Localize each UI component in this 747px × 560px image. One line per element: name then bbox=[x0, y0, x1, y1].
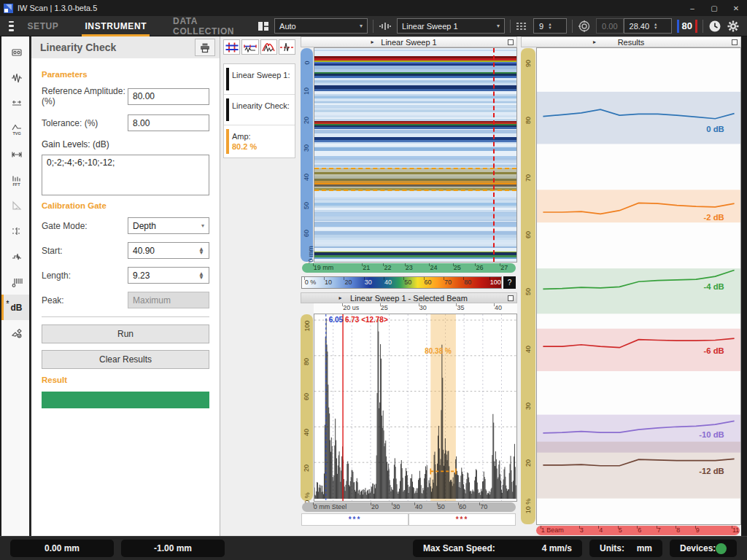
sidebar-item-db[interactable]: dB± bbox=[1, 295, 29, 320]
position-2-button[interactable]: -1.00 mm bbox=[121, 540, 225, 557]
tolerance-input[interactable]: 8.00 bbox=[128, 114, 209, 131]
tab-setup[interactable]: SETUP bbox=[24, 16, 61, 36]
readout-item-0: Linear Sweep 1: bbox=[224, 64, 295, 95]
range-max-spinner[interactable]: 28.40 ▲▼ bbox=[624, 18, 672, 34]
calibration-gate-region[interactable] bbox=[314, 168, 516, 191]
beam-cursor-line[interactable] bbox=[493, 48, 495, 262]
close-button[interactable]: ✕ bbox=[725, 0, 747, 16]
clear-results-button[interactable]: Clear Results bbox=[42, 350, 209, 369]
app-window: IW Scan | 1.3.0-beta.5 – ▢ ✕ SETUP INSTR… bbox=[0, 0, 747, 560]
gain-bar-blue bbox=[677, 20, 679, 33]
sidebar-item-measure[interactable] bbox=[1, 141, 29, 167]
heatmap-stripe bbox=[314, 195, 516, 198]
maximize-panel-icon[interactable] bbox=[508, 295, 514, 301]
readout-label: Linearity Check: bbox=[232, 101, 292, 110]
colorbar-overflow-button[interactable]: ? bbox=[503, 276, 516, 289]
collapse-arrow-icon[interactable]: ▸ bbox=[339, 295, 342, 301]
axis-label: 40 bbox=[301, 424, 313, 438]
layout-icon[interactable] bbox=[258, 21, 269, 31]
sidebar-item-signal-gate[interactable] bbox=[1, 244, 29, 269]
sidebar-item-device-check[interactable] bbox=[1, 320, 29, 346]
sidebar-item-gates[interactable] bbox=[1, 90, 29, 116]
gate-view-button[interactable] bbox=[241, 39, 258, 55]
gates-icon bbox=[11, 98, 23, 109]
gate-mode-select[interactable]: Depth▾ bbox=[128, 217, 209, 234]
axis-label: 30 bbox=[365, 279, 372, 286]
settings-gear-icon[interactable] bbox=[727, 20, 740, 33]
results-y-ruler: 908070605040302010 % bbox=[521, 48, 535, 524]
clock-icon[interactable] bbox=[708, 20, 721, 33]
axis-label: 7 bbox=[657, 526, 661, 534]
display-mode-select[interactable]: Auto▾ bbox=[274, 18, 368, 34]
heatmap-stripe bbox=[314, 116, 516, 117]
heatmap-stripe bbox=[314, 244, 516, 246]
gate-mode-label: Gate Mode: bbox=[42, 221, 128, 231]
print-button[interactable] bbox=[195, 39, 215, 56]
collapse-arrow-icon[interactable]: ▸ bbox=[371, 39, 374, 45]
sidebar-item-fft[interactable]: FFT bbox=[1, 167, 29, 192]
sidebar-item-pulse[interactable] bbox=[1, 65, 29, 90]
axis-label: 20 bbox=[301, 112, 313, 125]
sweep-select[interactable]: Linear Sweep 1▾ bbox=[397, 18, 505, 34]
cursor-grid-icon bbox=[225, 42, 239, 53]
heatmap-stripe bbox=[314, 147, 516, 151]
probe-icon bbox=[11, 47, 23, 58]
rf-view-button[interactable] bbox=[279, 39, 295, 55]
envelope-view-button[interactable] bbox=[260, 39, 277, 55]
fft-icon: FFT bbox=[11, 174, 23, 186]
sidebar-item-angle[interactable] bbox=[1, 192, 29, 218]
gain-levels-textarea[interactable]: 0;-2;-4;-6;-10;-12; bbox=[42, 155, 209, 195]
window-title: IW Scan | 1.3.0-beta.5 bbox=[18, 4, 97, 12]
gate-view-icon bbox=[243, 42, 258, 53]
sweep-panel-title: Linear Sweep 1 bbox=[381, 38, 436, 47]
spinner-arrows-icon[interactable]: ▲▼ bbox=[654, 23, 657, 30]
devices-status: Devices: bbox=[670, 540, 737, 557]
maximize-panel-icon[interactable] bbox=[508, 39, 514, 45]
reference-amplitude-input[interactable]: 80.00 bbox=[128, 88, 209, 105]
spinner-arrows-icon[interactable]: ▲▼ bbox=[198, 247, 204, 254]
titlebar: IW Scan | 1.3.0-beta.5 – ▢ ✕ bbox=[0, 0, 747, 16]
sidebar-item-gate-dashed[interactable] bbox=[1, 218, 29, 244]
heatmap-stripe bbox=[314, 235, 516, 238]
readouts-list: Linear Sweep 1:Linearity Check:Amp:80.2 … bbox=[223, 63, 295, 158]
spinner-arrows-icon[interactable]: ▲▼ bbox=[198, 272, 204, 279]
statusbar: 0.00 mm -1.00 mm Max Scan Speed:4 mm/s U… bbox=[0, 536, 747, 560]
series-label--10dB: -10 dB bbox=[699, 430, 724, 439]
view-tools-column: Linear Sweep 1:Linearity Check:Amp:80.2 … bbox=[220, 36, 298, 536]
readout-item-2: Amp:80.2 % bbox=[224, 125, 295, 158]
series-label--2dB: -2 dB bbox=[704, 213, 724, 222]
axis-label: 27 bbox=[500, 264, 508, 271]
cursor-grid-button[interactable] bbox=[223, 39, 240, 55]
tab-data-collection[interactable]: DATA COLLECTION bbox=[170, 16, 237, 36]
spinner-arrows-icon[interactable]: ▲▼ bbox=[548, 23, 551, 30]
axis-label: 20 us bbox=[343, 304, 359, 311]
axis-label: 5 bbox=[619, 526, 622, 534]
gate-peak-label: Peak: bbox=[42, 295, 128, 306]
ascan-panel-header: ▸ Linear Sweep 1 - Selected Beam bbox=[301, 292, 517, 303]
results-panel-header: ▸ Results bbox=[521, 36, 741, 47]
maximize-panel-icon[interactable] bbox=[732, 39, 738, 45]
run-button[interactable]: Run bbox=[42, 324, 209, 343]
gate-start-spinner[interactable]: 40.90▲▼ bbox=[128, 242, 209, 259]
axis-label: 4 bbox=[599, 526, 603, 534]
instrument-sidebar: TVGFFTdB± bbox=[1, 36, 29, 536]
sidebar-item-tvg[interactable]: TVG bbox=[1, 116, 29, 141]
printer-icon bbox=[199, 42, 211, 53]
results-x-ruler: 1 Beam345678911 bbox=[536, 526, 740, 535]
gate-length-spinner[interactable]: 9.23▲▼ bbox=[128, 267, 209, 284]
ascan-y-ruler: 100806040200 % bbox=[301, 314, 313, 501]
series-label--12dB: -12 dB bbox=[699, 467, 724, 475]
sidebar-item-probe[interactable] bbox=[1, 39, 29, 65]
gate-amplitude-value: 80.38 % bbox=[425, 347, 452, 355]
axis-label: 60 bbox=[301, 225, 313, 238]
tab-instrument[interactable]: INSTRUMENT bbox=[82, 16, 150, 36]
menu-icon[interactable] bbox=[9, 21, 14, 31]
sidebar-item-encoder[interactable] bbox=[1, 269, 29, 295]
position-1-button[interactable]: 0.00 mm bbox=[10, 540, 114, 557]
beam-count-spinner[interactable]: 9 ▲▼ bbox=[533, 18, 567, 34]
axis-label: 40 bbox=[415, 503, 422, 510]
maximize-button[interactable]: ▢ bbox=[703, 0, 725, 16]
collapse-arrow-icon[interactable]: ▸ bbox=[593, 39, 596, 45]
minimize-button[interactable]: – bbox=[681, 0, 703, 16]
readout-label: Linear Sweep 1: bbox=[232, 71, 292, 79]
